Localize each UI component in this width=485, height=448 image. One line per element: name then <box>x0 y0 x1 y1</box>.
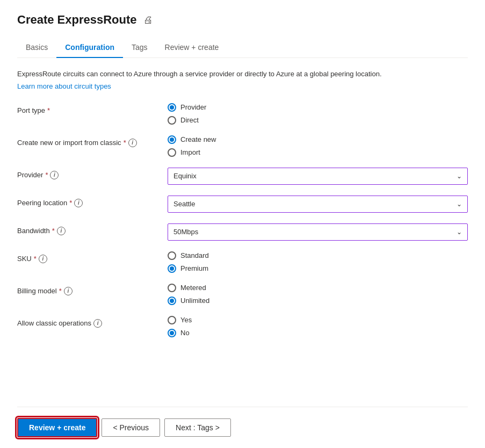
bandwidth-control: 50Mbps ⌄ <box>168 223 468 241</box>
port-type-control: Provider Direct <box>168 103 468 125</box>
radio-metered[interactable] <box>168 284 176 292</box>
billing-model-required: * <box>59 287 62 295</box>
sku-standard[interactable]: Standard <box>168 251 468 260</box>
tab-configuration[interactable]: Configuration <box>56 38 123 58</box>
print-icon[interactable]: 🖨 <box>143 15 153 26</box>
allow-classic-no[interactable]: No <box>168 329 468 337</box>
description-block: ExpressRoute circuits can connect to Azu… <box>17 69 468 90</box>
radio-unlimited[interactable] <box>168 297 176 305</box>
provider-dropdown[interactable]: Equinix ⌄ <box>168 168 468 185</box>
create-import-label: Create new or import from classic * i <box>17 135 168 147</box>
billing-unlimited[interactable]: Unlimited <box>168 297 468 305</box>
sku-label: SKU * i <box>17 251 168 263</box>
peering-location-row: Peering location * i Seattle ⌄ <box>17 196 468 213</box>
billing-model-info-icon[interactable]: i <box>64 287 73 295</box>
radio-create-new[interactable] <box>168 135 176 144</box>
provider-row: Provider * i Equinix ⌄ <box>17 168 468 185</box>
peering-location-chevron-icon: ⌄ <box>457 200 462 208</box>
page-container: Create ExpressRoute 🖨 Basics Configurati… <box>0 0 485 448</box>
radio-classic-no[interactable] <box>168 329 176 337</box>
radio-provider[interactable] <box>168 103 176 112</box>
billing-model-row: Billing model * i Metered Unlimited <box>17 284 468 305</box>
port-type-provider[interactable]: Provider <box>168 103 468 112</box>
create-import-required: * <box>124 139 126 147</box>
create-import-control: Create new Import <box>168 135 468 157</box>
radio-sku-premium[interactable] <box>168 264 176 273</box>
bandwidth-info-icon[interactable]: i <box>57 227 66 235</box>
sku-info-icon[interactable]: i <box>39 255 47 263</box>
peering-location-info-icon[interactable]: i <box>74 199 83 207</box>
review-create-button[interactable]: Review + create <box>17 418 97 437</box>
radio-classic-yes[interactable] <box>168 316 176 324</box>
previous-button[interactable]: < Previous <box>102 418 160 437</box>
footer: Review + create < Previous Next : Tags > <box>17 407 468 448</box>
provider-info-icon[interactable]: i <box>50 171 59 179</box>
create-import-info-icon[interactable]: i <box>128 139 137 147</box>
description-text: ExpressRoute circuits can connect to Azu… <box>17 69 468 80</box>
provider-control: Equinix ⌄ <box>168 168 468 185</box>
peering-location-required: * <box>69 199 72 207</box>
allow-classic-control: Yes No <box>168 316 468 337</box>
allow-classic-label: Allow classic operations i <box>17 316 168 328</box>
billing-model-label: Billing model * i <box>17 284 168 295</box>
bandwidth-dropdown[interactable]: 50Mbps ⌄ <box>168 223 468 241</box>
form-section: Port type * Provider Direct Create new <box>17 103 468 407</box>
bandwidth-label: Bandwidth * i <box>17 223 168 235</box>
port-type-label: Port type * <box>17 103 168 114</box>
peering-location-dropdown[interactable]: Seattle ⌄ <box>168 196 468 213</box>
port-type-direct[interactable]: Direct <box>168 116 468 125</box>
learn-more-link[interactable]: Learn more about circuit types <box>17 82 111 90</box>
create-import-create-new[interactable]: Create new <box>168 135 468 144</box>
tab-review-create[interactable]: Review + create <box>156 38 228 58</box>
sku-row: SKU * i Standard Premium <box>17 251 468 273</box>
page-header: Create ExpressRoute 🖨 <box>17 13 468 27</box>
tab-tags[interactable]: Tags <box>123 38 156 58</box>
radio-sku-standard[interactable] <box>168 251 176 260</box>
radio-import[interactable] <box>168 148 176 157</box>
sku-required: * <box>34 255 37 263</box>
provider-label: Provider * i <box>17 168 168 179</box>
tabs-bar: Basics Configuration Tags Review + creat… <box>17 38 468 58</box>
bandwidth-required: * <box>52 227 55 235</box>
provider-required: * <box>45 171 48 179</box>
allow-classic-info-icon[interactable]: i <box>93 319 102 328</box>
bandwidth-chevron-icon: ⌄ <box>457 228 462 236</box>
billing-model-control: Metered Unlimited <box>168 284 468 305</box>
sku-premium[interactable]: Premium <box>168 264 468 273</box>
port-type-row: Port type * Provider Direct <box>17 103 468 125</box>
billing-metered[interactable]: Metered <box>168 284 468 292</box>
sku-control: Standard Premium <box>168 251 468 273</box>
create-import-import[interactable]: Import <box>168 148 468 157</box>
create-import-row: Create new or import from classic * i Cr… <box>17 135 468 157</box>
provider-chevron-icon: ⌄ <box>457 172 462 180</box>
allow-classic-yes[interactable]: Yes <box>168 316 468 324</box>
next-button[interactable]: Next : Tags > <box>164 418 231 437</box>
tab-basics[interactable]: Basics <box>17 38 56 58</box>
peering-location-control: Seattle ⌄ <box>168 196 468 213</box>
radio-direct[interactable] <box>168 116 176 125</box>
allow-classic-row: Allow classic operations i Yes No <box>17 316 468 337</box>
page-title: Create ExpressRoute <box>17 13 137 27</box>
peering-location-label: Peering location * i <box>17 196 168 207</box>
port-type-required: * <box>47 106 50 114</box>
bandwidth-row: Bandwidth * i 50Mbps ⌄ <box>17 223 468 241</box>
